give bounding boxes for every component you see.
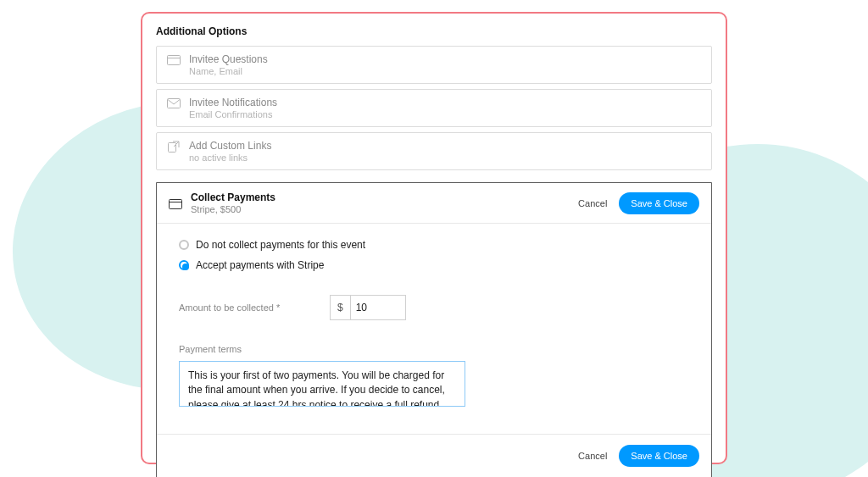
expanded-body: Do not collect payments for this event A…: [157, 224, 711, 434]
cancel-button-footer[interactable]: Cancel: [573, 446, 612, 466]
option-text: Invitee Notifications Email Confirmation…: [189, 97, 277, 119]
option-text: Collect Payments Stripe, $500: [191, 191, 275, 214]
radio-no-collect[interactable]: [179, 240, 189, 250]
radio-accept-stripe[interactable]: [179, 260, 189, 270]
currency-symbol: $: [331, 296, 351, 319]
option-title: Add Custom Links: [189, 140, 271, 152]
section-title: Additional Options: [156, 25, 712, 37]
cancel-button[interactable]: Cancel: [573, 193, 612, 214]
payment-terms-textarea[interactable]: [179, 361, 465, 407]
amount-label: Amount to be collected *: [179, 302, 289, 313]
svg-rect-0: [168, 56, 181, 65]
svg-rect-2: [168, 99, 181, 108]
card-icon: [169, 199, 182, 209]
expanded-title: Collect Payments: [191, 191, 275, 203]
save-and-close-button[interactable]: Save & Close: [619, 192, 699, 214]
option-subtitle: Name, Email: [189, 66, 268, 76]
svg-rect-3: [169, 143, 176, 153]
svg-rect-4: [170, 199, 182, 208]
mail-icon: [167, 98, 181, 108]
option-collect-payments-expanded: Collect Payments Stripe, $500 Cancel Sav…: [156, 182, 712, 477]
option-text: Add Custom Links no active links: [189, 140, 271, 163]
radio-accept-label: Accept payments with Stripe: [196, 259, 324, 271]
expanded-header: Collect Payments Stripe, $500 Cancel Sav…: [157, 183, 711, 224]
amount-row: Amount to be collected * $: [179, 295, 689, 320]
option-title: Invitee Questions: [189, 53, 268, 65]
option-add-custom-links[interactable]: Add Custom Links no active links: [156, 132, 712, 170]
payment-terms-label: Payment terms: [179, 344, 689, 354]
expanded-subtitle: Stripe, $500: [191, 204, 275, 214]
amount-input[interactable]: [351, 302, 393, 313]
option-subtitle: Email Confirmations: [189, 109, 277, 119]
option-subtitle: no active links: [189, 153, 271, 163]
header-actions: Cancel Save & Close: [573, 192, 699, 214]
option-invitee-notifications[interactable]: Invitee Notifications Email Confirmation…: [156, 89, 712, 127]
save-and-close-button-footer[interactable]: Save & Close: [619, 445, 699, 467]
link-out-icon: [167, 141, 181, 152]
option-text: Invitee Questions Name, Email: [189, 53, 268, 76]
radio-no-collect-label: Do not collect payments for this event: [196, 239, 365, 251]
amount-input-group: $: [330, 295, 406, 320]
expanded-footer: Cancel Save & Close: [157, 434, 711, 477]
radio-no-collect-row[interactable]: Do not collect payments for this event: [179, 239, 689, 251]
panel-frame: Additional Options Invitee Questions Nam…: [141, 12, 727, 464]
option-invitee-questions[interactable]: Invitee Questions Name, Email: [156, 46, 712, 84]
card-icon: [167, 55, 181, 65]
radio-accept-row[interactable]: Accept payments with Stripe: [179, 259, 689, 271]
collapsed-options-list: Invitee Questions Name, Email Invitee No…: [156, 46, 712, 477]
option-title: Invitee Notifications: [189, 97, 277, 108]
